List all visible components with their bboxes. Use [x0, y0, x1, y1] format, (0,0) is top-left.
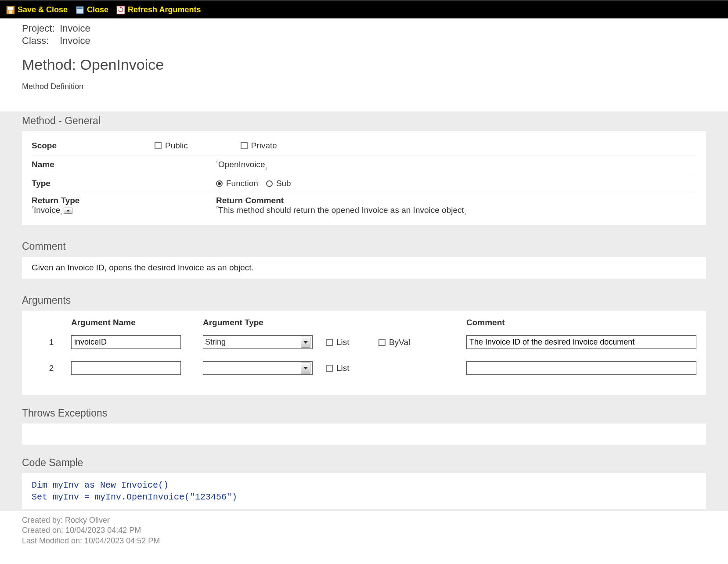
modified-on-value: 10/04/2023 04:52 PM — [84, 536, 160, 545]
list-checkbox[interactable]: List — [326, 338, 378, 347]
section-arguments-title: Arguments — [22, 291, 706, 311]
scope-label: Scope — [32, 141, 155, 151]
svg-rect-2 — [9, 11, 12, 14]
arguments-table: Argument Name Argument Type Comment 1 St… — [22, 311, 706, 395]
list-checkbox[interactable]: List — [326, 363, 378, 373]
col-argument-name: Argument Name — [71, 318, 203, 327]
type-label: Type — [32, 179, 155, 188]
checkbox-icon — [326, 339, 333, 346]
section-general-title: Method - General — [22, 111, 706, 131]
project-label: Project: — [22, 23, 57, 34]
public-checkbox[interactable]: Public — [155, 141, 188, 151]
type-row: Type Function Sub — [32, 174, 696, 193]
return-row: Return Type Invoice Return Comment This … — [32, 193, 696, 219]
argument-name-input[interactable] — [71, 335, 181, 349]
dropdown-icon[interactable] — [64, 208, 72, 214]
argument-row: 1 String List — [32, 335, 696, 349]
method-definition-label: Method Definition — [22, 82, 706, 91]
checkbox-icon — [241, 142, 248, 149]
refresh-arguments-button[interactable]: Refresh Arguments — [114, 4, 202, 16]
return-comment-field[interactable]: This method should return the opened Inv… — [216, 205, 466, 215]
function-radio[interactable]: Function — [216, 179, 258, 188]
byval-checkbox[interactable]: ByVal — [378, 338, 466, 347]
close-icon — [75, 5, 85, 15]
close-button[interactable]: Close — [73, 4, 110, 16]
argument-comment-input[interactable] — [466, 335, 696, 349]
created-on-value: 10/04/2023 04:42 PM — [65, 526, 141, 535]
name-row: Name OpenInvoice — [32, 155, 696, 174]
radio-icon — [266, 180, 273, 187]
refresh-icon — [115, 5, 126, 15]
argument-type-select[interactable]: String — [203, 335, 313, 349]
argument-name-input[interactable] — [71, 361, 181, 375]
page-title: Method: OpenInvoice — [22, 56, 706, 73]
sub-radio[interactable]: Sub — [266, 179, 291, 188]
chevron-down-icon — [301, 337, 310, 348]
class-line: Class: Invoice — [22, 35, 706, 47]
save-close-label: Save & Close — [18, 5, 68, 14]
general-panel: Scope Public Private Name OpenInvoice — [22, 131, 706, 225]
col-comment: Comment — [466, 318, 696, 327]
project-line: Project: Invoice — [22, 23, 706, 34]
col-argument-type: Argument Type — [203, 318, 326, 327]
comment-text: Given an Invoice ID, opens the desired I… — [32, 263, 254, 272]
save-icon — [5, 5, 16, 15]
section-comment-title: Comment — [22, 237, 706, 257]
checkbox-icon — [155, 142, 162, 149]
return-type-field[interactable]: Invoice — [32, 205, 62, 215]
row-index: 1 — [32, 338, 71, 347]
created-by-value: Rocky Oliver — [65, 516, 110, 524]
throws-exceptions-box[interactable] — [22, 424, 706, 445]
class-label: Class: — [22, 35, 57, 47]
save-close-button[interactable]: Save & Close — [4, 4, 69, 16]
close-label: Close — [87, 5, 108, 14]
chevron-down-icon — [301, 363, 310, 374]
project-value: Invoice — [60, 23, 90, 34]
checkbox-icon — [378, 339, 386, 346]
arguments-header: Argument Name Argument Type Comment — [32, 316, 696, 335]
code-sample-box[interactable]: Dim myInv as New Invoice() Set myInv = m… — [22, 473, 706, 509]
checkbox-icon — [326, 365, 333, 372]
refresh-arguments-label: Refresh Arguments — [128, 5, 201, 14]
private-checkbox[interactable]: Private — [241, 141, 277, 151]
return-comment-label: Return Comment — [216, 196, 466, 205]
name-label: Name — [32, 160, 155, 169]
svg-rect-4 — [77, 7, 83, 9]
footer: Created by: Rocky Oliver Created on: 10/… — [0, 511, 728, 550]
toolbar: Save & Close Close Refresh Arguments — [0, 0, 728, 18]
section-code-title: Code Sample — [22, 453, 706, 473]
radio-icon — [216, 180, 223, 187]
argument-type-select[interactable] — [203, 361, 313, 375]
scope-row: Scope Public Private — [32, 137, 696, 155]
section-throws-title: Throws Exceptions — [22, 404, 706, 424]
comment-box[interactable]: Given an Invoice ID, opens the desired I… — [22, 257, 706, 279]
class-value: Invoice — [60, 35, 90, 46]
return-type-label: Return Type — [32, 196, 216, 205]
argument-comment-input[interactable] — [466, 361, 696, 375]
name-field[interactable]: OpenInvoice — [216, 160, 267, 169]
row-index: 2 — [32, 363, 71, 373]
svg-rect-1 — [8, 7, 13, 10]
argument-row: 2 List — [32, 361, 696, 375]
